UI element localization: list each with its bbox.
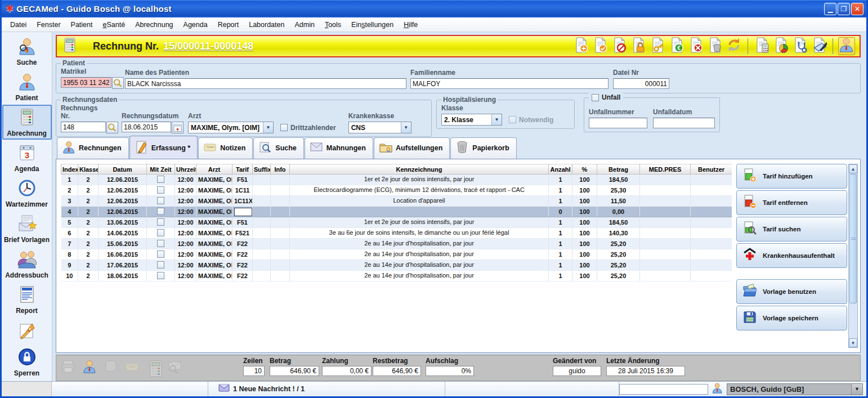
family-name-input[interactable] bbox=[410, 78, 609, 89]
patient-icon[interactable] bbox=[82, 359, 97, 376]
invoice-line-row[interactable]: 6214.06.201512:00MAXIME, Oly...F5213e au… bbox=[61, 228, 732, 239]
key-invoice-button[interactable] bbox=[649, 37, 666, 55]
refresh-button[interactable] bbox=[726, 37, 742, 55]
menu-item-tools[interactable]: Tools bbox=[320, 19, 346, 30]
file-number-input[interactable] bbox=[613, 78, 669, 89]
invoice-nr-input[interactable] bbox=[61, 122, 106, 132]
mit-zeit-checkbox[interactable] bbox=[157, 218, 164, 226]
vorlage-benutzen-button[interactable]: Vorlage benutzen bbox=[736, 279, 847, 304]
menu-item-einstellungen[interactable]: Einstellungen bbox=[346, 19, 399, 30]
menu-item-hilfe[interactable]: Hilfe bbox=[399, 19, 423, 30]
medical-list-button[interactable] bbox=[791, 37, 808, 55]
mit-zeit-checkbox[interactable] bbox=[157, 229, 164, 236]
user-button[interactable] bbox=[838, 37, 855, 55]
accident-date-input[interactable] bbox=[653, 118, 715, 128]
print-icon[interactable] bbox=[61, 359, 75, 376]
krankenhausaufenthalt-button[interactable]: Krankenhausaufenthalt bbox=[736, 243, 847, 268]
column-header-tarif[interactable]: Tarif bbox=[232, 164, 253, 175]
scroll-up-icon[interactable]: ▲ bbox=[849, 164, 857, 173]
invoice-line-row[interactable]: 4212.06.201512:00MAXIME, Oly...01000,00 bbox=[61, 207, 732, 217]
trash-invoice-button[interactable] bbox=[706, 37, 723, 55]
matrikel-search-button[interactable] bbox=[112, 77, 124, 89]
column-header-betrag[interactable]: Betrag bbox=[597, 164, 640, 175]
status-quick-input[interactable] bbox=[619, 384, 708, 395]
vorlage-speichern-button[interactable]: Vorlage speichern bbox=[736, 306, 847, 330]
column-header-info[interactable]: Info bbox=[271, 164, 290, 175]
column-header-mit-zeit[interactable]: Mit Zeit bbox=[147, 164, 175, 175]
column-header-medpres[interactable]: MED.PRES bbox=[640, 164, 691, 175]
mit-zeit-checkbox[interactable] bbox=[157, 251, 164, 258]
mit-zeit-checkbox[interactable] bbox=[157, 261, 164, 269]
tab-erfassung[interactable]: Erfassung * bbox=[129, 136, 198, 159]
sidebar-item-agenda[interactable]: 3Agenda bbox=[2, 140, 52, 175]
mit-zeit-checkbox[interactable] bbox=[157, 240, 164, 247]
minimize-button[interactable]: ▁ bbox=[824, 3, 836, 15]
invoice-line-row[interactable]: 10218.06.201512:00MAXIME, Oly...F222e au… bbox=[61, 271, 732, 281]
calculator-icon[interactable] bbox=[146, 359, 165, 381]
mit-zeit-checkbox[interactable] bbox=[157, 197, 164, 204]
sidebar-item-suche[interactable]: Suche bbox=[2, 34, 52, 69]
menu-item-fenster[interactable]: Fenster bbox=[32, 19, 65, 30]
storno-invoice-button[interactable] bbox=[611, 37, 628, 55]
mit-zeit-checkbox[interactable] bbox=[157, 186, 164, 194]
invoice-line-row[interactable]: 2212.06.201512:00MAXIME, Oly...1C11Élect… bbox=[61, 185, 732, 196]
insurance-combobox[interactable]: CNS ▼ bbox=[348, 122, 411, 133]
menu-item-abrechnung[interactable]: Abrechnung bbox=[130, 19, 178, 30]
sidebar-item-addressbuch[interactable]: Addressbuch bbox=[2, 247, 52, 281]
euro-invoice-button[interactable]: € bbox=[668, 37, 685, 55]
invoice-line-row[interactable]: 7215.06.201512:00MAXIME, Oly...F222e au … bbox=[61, 239, 732, 249]
column-header-index[interactable]: Index bbox=[61, 164, 78, 175]
invoice-line-row[interactable]: 9217.06.201512:00MAXIME, Oly...F222e au … bbox=[61, 260, 732, 271]
tab-aufstellungen[interactable]: Aufstellungen bbox=[374, 137, 450, 159]
accident-number-input[interactable] bbox=[589, 118, 647, 128]
invoice-line-row[interactable]: 1212.06.201512:00MAXIME, Oly...F511er et… bbox=[61, 175, 732, 185]
chevron-down-icon[interactable]: ▼ bbox=[851, 384, 862, 395]
calculator-list-button[interactable] bbox=[753, 37, 770, 55]
scroll-down-icon[interactable]: ▼ bbox=[849, 338, 857, 347]
chevron-down-icon[interactable]: ▼ bbox=[401, 122, 411, 133]
lock-invoice-button[interactable] bbox=[630, 37, 647, 55]
accident-checkbox[interactable] bbox=[592, 94, 599, 101]
menu-item-report[interactable]: Report bbox=[213, 19, 244, 30]
column-header-kennzeichnung[interactable]: Kennzeichnung bbox=[290, 164, 549, 175]
menu-item-esanté[interactable]: eSanté bbox=[98, 19, 131, 30]
sidebar-item-drawing[interactable] bbox=[2, 317, 52, 344]
note-icon[interactable]: Todo! bbox=[125, 359, 140, 376]
mit-zeit-checkbox[interactable] bbox=[157, 176, 164, 183]
tarif-edit-input[interactable] bbox=[234, 208, 252, 216]
actions-scrollbar[interactable]: ▲ ▼ bbox=[848, 164, 858, 348]
calendar-button[interactable] bbox=[172, 122, 184, 133]
column-header-klasse[interactable]: Klasse bbox=[78, 164, 99, 175]
invoice-line-row[interactable]: 3212.06.201512:00MAXIME, Oly...1C11XLoca… bbox=[61, 196, 732, 207]
sidebar-item-report[interactable]: Report bbox=[2, 282, 52, 317]
tarif-suchen-button[interactable]: Tarif suchen bbox=[736, 217, 847, 242]
tab-rechnungen[interactable]: Rechnungen bbox=[57, 137, 129, 159]
menu-item-datei[interactable]: Datei bbox=[5, 19, 32, 30]
sidebar-item-sperren[interactable]: Sperren bbox=[2, 345, 52, 379]
doctor-combobox[interactable]: MAXIME, Olym. [OIM] ▼ bbox=[188, 122, 274, 133]
column-header-uhrzeit[interactable]: Uhrzeit bbox=[175, 164, 196, 175]
chevron-down-icon[interactable]: ▼ bbox=[263, 122, 273, 133]
patient-name-input[interactable] bbox=[125, 78, 406, 89]
third-party-checkbox[interactable] bbox=[280, 124, 288, 131]
close-button[interactable]: ✕ bbox=[851, 3, 863, 15]
scrollbar-thumb[interactable] bbox=[849, 174, 857, 303]
sidebar-item-brief-vorlagen[interactable]: Brief Vorlagen bbox=[2, 211, 52, 246]
user-combobox[interactable]: BOSCH, Guido [GuB] ▼ bbox=[727, 383, 863, 395]
class-combobox[interactable]: 2. Klasse ▼ bbox=[441, 114, 502, 126]
tab-suche[interactable]: Suche bbox=[253, 137, 304, 159]
column-header-anzahl[interactable]: Anzahl bbox=[549, 164, 572, 175]
tab-mahnungen[interactable]: Mahnungen bbox=[305, 137, 373, 159]
tarif-hinzufügen-button[interactable]: Tarif hinzufügen bbox=[736, 164, 847, 189]
necessary-checkbox[interactable] bbox=[509, 116, 516, 123]
column-header-item[interactable]: % bbox=[572, 164, 597, 175]
chart-list-button[interactable] bbox=[772, 37, 789, 55]
new-invoice-button[interactable] bbox=[572, 37, 589, 55]
validate-invoice-button[interactable] bbox=[592, 37, 609, 55]
invoice-line-row[interactable]: 5213.06.201512:00MAXIME, Oly...F511er et… bbox=[61, 217, 732, 228]
invoice-date-input[interactable] bbox=[122, 122, 171, 132]
invoice-line-row[interactable]: 8216.06.201512:00MAXIME, Oly...F222e au … bbox=[61, 249, 732, 260]
mit-zeit-checkbox[interactable] bbox=[157, 272, 164, 279]
column-header-benutzer[interactable]: Benutzer bbox=[691, 164, 732, 175]
menu-item-admin[interactable]: Admin bbox=[289, 19, 319, 30]
